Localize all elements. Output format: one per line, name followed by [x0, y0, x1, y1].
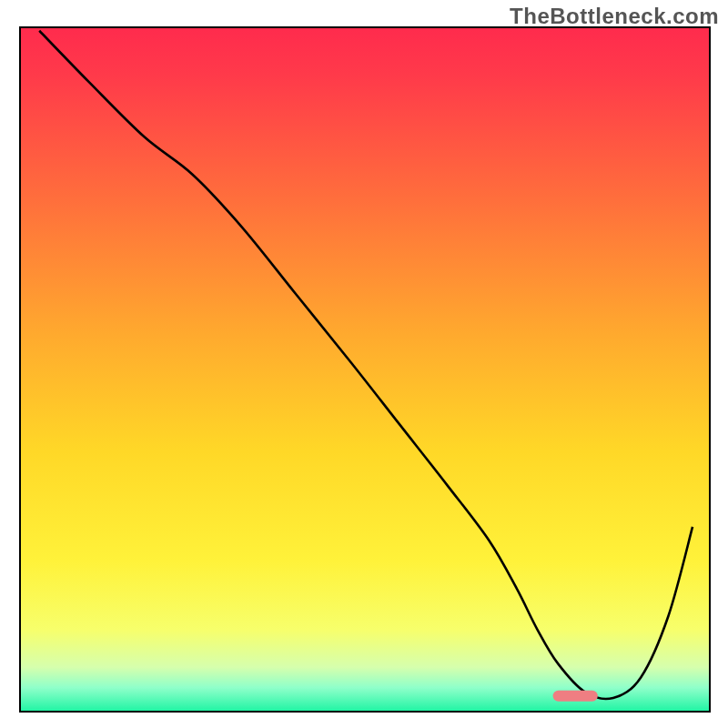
- gradient-background: [20, 27, 710, 712]
- watermark-text: TheBottleneck.com: [510, 4, 719, 29]
- chart-canvas: [0, 0, 728, 728]
- optimal-marker: [553, 691, 598, 702]
- chart-frame: TheBottleneck.com: [0, 0, 728, 728]
